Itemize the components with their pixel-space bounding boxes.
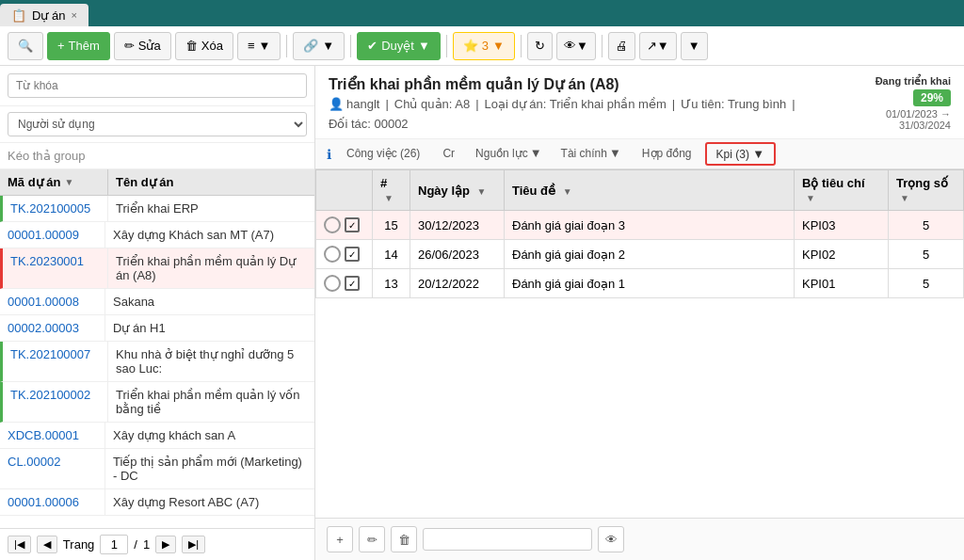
page-total: 1 — [143, 537, 150, 552]
nguonluc-dropdown-icon: ▼ — [530, 146, 542, 160]
circle-icon[interactable] — [324, 246, 341, 263]
num-filter-icon[interactable]: ▼ — [384, 193, 394, 203]
kpi-table-row[interactable]: ✓ 13 20/12/2022 Đánh giá giai đoạn 1 KPI… — [316, 269, 964, 298]
star-count: 3 — [482, 39, 489, 53]
edit-button[interactable]: ✏ Sửa — [114, 32, 171, 60]
th-num: # ▼ — [373, 170, 410, 211]
approve-button[interactable]: ✔ Duyệt ▼ — [357, 32, 441, 60]
approve-label: Duyệt — [381, 39, 414, 53]
divider-4 — [521, 35, 522, 57]
left-table-row[interactable]: 00001.00006 Xây dựng Resort ABC (A7) — [0, 489, 314, 516]
more-button[interactable]: ▼ — [681, 32, 708, 60]
prev-page-btn[interactable]: ◀ — [37, 536, 57, 553]
meta-sep3: | — [672, 97, 675, 111]
bottom-add-button[interactable]: + — [327, 526, 353, 552]
tab-nguonluc[interactable]: Nguồn lực ▼ — [466, 141, 552, 167]
row-actions: ✓ — [316, 269, 373, 298]
next-page-btn[interactable]: ▶ — [155, 536, 176, 553]
project-status-box: Đang triển khai 29% 01/01/2023 → 31/03/2… — [840, 75, 951, 131]
row-num: 15 — [373, 211, 410, 240]
weight-filter-icon[interactable]: ▼ — [900, 193, 909, 203]
meta-user: hanglt — [346, 97, 379, 111]
refresh-icon: ↻ — [535, 39, 545, 53]
check-icon[interactable]: ✓ — [345, 217, 360, 232]
left-table-row[interactable]: CL.00002 Tiếp thị sản phẩm mới (Marketin… — [0, 449, 314, 489]
refresh-button[interactable]: ↻ — [527, 32, 553, 60]
info-tab[interactable]: ℹ — [323, 143, 335, 166]
edit-label: Sửa — [138, 39, 161, 53]
bottom-view-button[interactable]: 👁 — [598, 526, 624, 552]
col-code-label: Mã dự án — [8, 175, 60, 189]
row-code: 00001.00008 — [0, 289, 105, 314]
tab-hopdong[interactable]: Hợp đồng — [631, 140, 703, 168]
row-actions: ✓ — [316, 211, 373, 240]
last-page-btn[interactable]: ▶| — [182, 536, 205, 553]
tab-kpi[interactable]: Kpi (3) ▼ — [705, 142, 777, 166]
kpi-table-row[interactable]: ✓ 14 26/06/2023 Đánh giá giai đoạn 2 KPI… — [316, 240, 964, 269]
row-title: Đánh giá giai đoạn 3 — [505, 211, 795, 240]
user-icon: 👤 hanglt — [329, 97, 379, 111]
search-input[interactable] — [8, 73, 307, 98]
tab-close-icon[interactable]: × — [71, 9, 76, 21]
row-name: Xây dựng Khách san MT (A7) — [105, 222, 314, 248]
left-table-row[interactable]: TK.202100005 Triển khai ERP — [0, 196, 314, 222]
left-table-row[interactable]: TK.20230001 Triển khai phần mềm quản lý … — [0, 248, 314, 289]
add-button[interactable]: + Thêm — [47, 32, 110, 60]
bottom-edit-icon: ✏ — [367, 533, 378, 547]
bottom-edit-button[interactable]: ✏ — [359, 526, 385, 552]
link-button[interactable]: 🔗 ▼ — [293, 32, 345, 60]
kpi-table: # ▼ Ngày lập ▼ Tiêu đề ▼ Bộ tiêu chí ▼ T — [315, 169, 964, 298]
left-table-row[interactable]: TK.202100002 Triển khai phần mềm quản lý… — [0, 382, 314, 423]
code-filter-icon[interactable]: ▼ — [64, 177, 73, 187]
project-tab[interactable]: 📋 Dự án × — [0, 4, 88, 26]
kpi-table-row[interactable]: ✓ 15 30/12/2023 Đánh giá giai đoạn 3 KPI… — [316, 211, 964, 240]
menu-button[interactable]: ≡ ▼ — [237, 32, 281, 60]
criteria-filter-icon[interactable]: ▼ — [806, 193, 815, 203]
bottom-add-icon: + — [336, 533, 344, 547]
title-filter-icon[interactable]: ▼ — [563, 186, 572, 197]
delete-button[interactable]: 🗑 Xóa — [175, 32, 233, 60]
page-input[interactable] — [100, 535, 128, 554]
taichinh-dropdown-icon: ▼ — [609, 146, 621, 160]
tab-taichinh[interactable]: Tài chính ▼ — [552, 141, 631, 167]
view-button[interactable]: 👁 ▼ — [556, 32, 596, 60]
meta-type: Loại dự án: Triển khai phần mềm — [485, 97, 667, 111]
project-header: Triển khai phần mềm quản lý Dự án (A8) 👤… — [315, 66, 964, 139]
row-code: TK.202100007 — [3, 342, 108, 381]
star-icon: ⭐ — [463, 39, 478, 53]
row-criteria: KPI02 — [795, 240, 889, 269]
bottom-search-input[interactable] — [423, 528, 592, 551]
menu-dropdown-icon: ▼ — [258, 39, 270, 53]
tab-congviec[interactable]: Công việc (26) — [335, 140, 431, 168]
user-select[interactable]: Người sử dụng — [8, 112, 307, 136]
bottom-delete-button[interactable]: 🗑 — [391, 526, 417, 552]
left-table-row[interactable]: 00001.00009 Xây dựng Khách san MT (A7) — [0, 222, 314, 248]
row-code: CL.00002 — [0, 449, 105, 488]
check-icon[interactable]: ✓ — [345, 247, 360, 262]
view-dropdown-icon: ▼ — [576, 39, 588, 53]
share-button[interactable]: ↗ ▼ — [639, 32, 677, 60]
check-icon[interactable]: ✓ — [345, 276, 360, 291]
print-button[interactable]: 🖨 — [608, 32, 635, 60]
circle-icon[interactable] — [324, 216, 341, 233]
search-button[interactable]: 🔍 — [8, 32, 43, 60]
search-box — [0, 66, 314, 106]
divider-5 — [602, 35, 602, 57]
left-table-row[interactable]: XDCB.00001 Xây dựng khách san A — [0, 423, 314, 449]
star-button[interactable]: ⭐ 3 ▼ — [453, 32, 515, 60]
date-filter-icon[interactable]: ▼ — [477, 186, 487, 197]
row-num: 14 — [373, 240, 410, 269]
row-date: 30/12/2023 — [410, 211, 505, 240]
kpi-table-wrap: # ▼ Ngày lập ▼ Tiêu đề ▼ Bộ tiêu chí ▼ T — [315, 169, 964, 518]
left-table-row[interactable]: 00001.00008 Sakana — [0, 289, 314, 315]
th-weight: Trọng số ▼ — [889, 170, 964, 211]
row-date: 20/12/2022 — [410, 269, 505, 298]
left-table-row[interactable]: 00002.00003 Dự án H1 — [0, 315, 314, 342]
first-page-btn[interactable]: |◀ — [8, 536, 31, 553]
left-table-row[interactable]: TK.202100007 Khu nhà ở biệt thự nghỉ dưỡ… — [0, 342, 314, 382]
more-icon: ▼ — [688, 39, 700, 53]
status-badge: 29% — [913, 89, 951, 106]
circle-icon[interactable] — [324, 275, 341, 292]
tab-cr[interactable]: Cr — [431, 140, 466, 168]
row-weight: 5 — [889, 211, 964, 240]
